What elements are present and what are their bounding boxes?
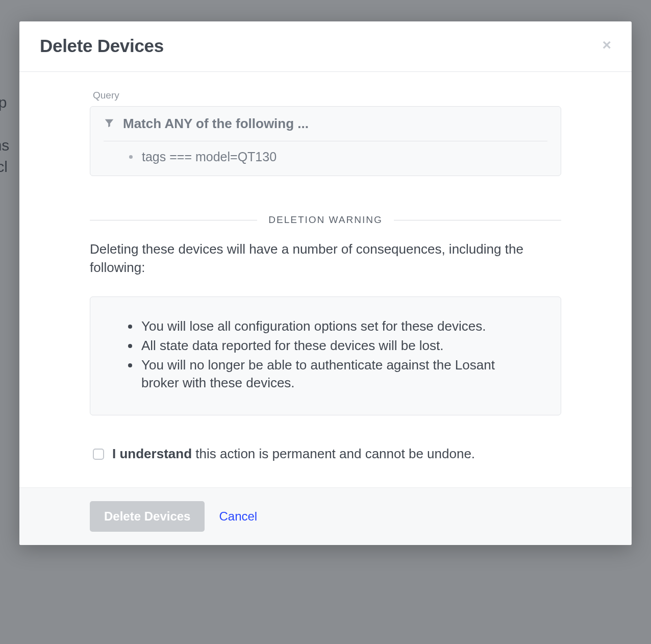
- acknowledge-text: I understand this action is permanent an…: [112, 446, 475, 462]
- divider-line: [394, 220, 561, 220]
- close-icon[interactable]: ×: [602, 36, 611, 53]
- modal-body: Query Match ANY of the following ... tag…: [19, 72, 632, 487]
- consequences-box: You will lose all configuration options …: [90, 296, 561, 416]
- consequence-item: You will lose all configuration options …: [122, 317, 529, 336]
- query-heading-text: Match ANY of the following ...: [123, 116, 309, 132]
- query-list: tags === model=QT130: [104, 150, 547, 164]
- modal-footer: Delete Devices Cancel: [19, 487, 632, 545]
- query-heading: Match ANY of the following ...: [104, 116, 547, 141]
- background-text-left: rep ens s cl: [0, 92, 9, 178]
- delete-devices-modal: Delete Devices × Query Match ANY of the …: [19, 21, 632, 545]
- query-item: tags === model=QT130: [129, 150, 547, 164]
- acknowledge-rest: this action is permanent and cannot be u…: [192, 446, 475, 461]
- divider-label: DELETION WARNING: [257, 214, 393, 226]
- query-item-text: tags === model=QT130: [142, 150, 277, 164]
- consequence-item: You will no longer be able to authentica…: [122, 356, 529, 393]
- modal-title: Delete Devices: [40, 36, 164, 56]
- divider-line: [90, 220, 257, 220]
- warning-divider: DELETION WARNING: [90, 214, 561, 226]
- consequences-list: You will lose all configuration options …: [122, 317, 529, 393]
- modal-header: Delete Devices ×: [19, 21, 632, 72]
- query-box: Match ANY of the following ... tags === …: [90, 106, 561, 176]
- acknowledge-strong: I understand: [112, 446, 192, 461]
- acknowledge-checkbox[interactable]: [93, 449, 104, 460]
- filter-icon: [104, 117, 115, 131]
- bullet-icon: [129, 155, 133, 159]
- acknowledge-row: I understand this action is permanent an…: [90, 446, 561, 462]
- delete-devices-button[interactable]: Delete Devices: [90, 501, 205, 532]
- cancel-button[interactable]: Cancel: [219, 509, 257, 524]
- query-label: Query: [90, 90, 561, 101]
- warning-intro: Deleting these devices will have a numbe…: [90, 240, 561, 277]
- consequence-item: All state data reported for these device…: [122, 337, 529, 355]
